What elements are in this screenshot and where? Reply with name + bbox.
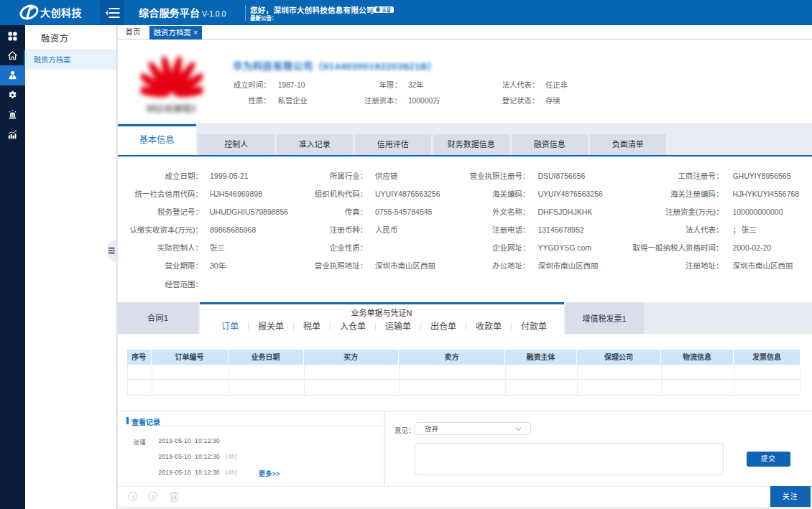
svg-text:HUAWEI: HUAWEI: [147, 102, 197, 114]
